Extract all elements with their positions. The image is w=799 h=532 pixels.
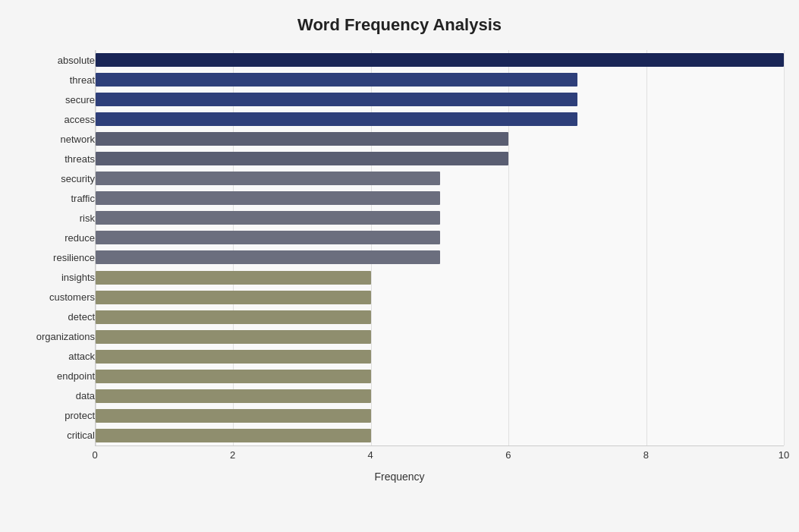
bar <box>96 409 371 423</box>
bar <box>96 271 371 285</box>
bar <box>96 93 577 106</box>
x-tick-label: 8 <box>643 449 649 461</box>
chart-area: absolutethreatsecureaccessnetworkthreats… <box>15 50 784 468</box>
bar-row <box>96 110 784 128</box>
y-label: customers <box>15 287 95 307</box>
bar-row <box>96 407 784 425</box>
bar <box>96 172 440 185</box>
y-label: protect <box>15 405 95 425</box>
bars-section: absolutethreatsecureaccessnetworkthreats… <box>15 50 784 446</box>
x-tick-label: 0 <box>92 449 97 461</box>
y-label: security <box>15 168 95 188</box>
bar-row <box>96 288 784 307</box>
bar-row <box>96 228 784 247</box>
chart-container: Word Frequency Analysis absolutethreatse… <box>0 0 799 532</box>
bar-row <box>96 169 784 187</box>
bar-row <box>96 308 784 326</box>
x-tick-label: 2 <box>230 449 235 461</box>
bar-row <box>96 150 784 168</box>
bar-row <box>96 367 784 386</box>
bar <box>96 152 508 165</box>
chart-title: Word Frequency Analysis <box>15 8 784 50</box>
bar <box>96 53 784 67</box>
y-label: data <box>15 386 95 405</box>
y-label: attack <box>15 346 95 366</box>
bar-row <box>96 130 784 148</box>
bar <box>96 211 440 225</box>
bar-row <box>96 209 784 227</box>
bar <box>96 389 371 403</box>
x-axis-title: Frequency <box>15 471 784 483</box>
bar-row <box>96 71 784 89</box>
bar-row <box>96 427 784 445</box>
y-label: resilience <box>15 247 95 267</box>
y-label: risk <box>15 208 95 228</box>
x-tick-label: 4 <box>368 449 373 461</box>
y-label: detect <box>15 307 95 326</box>
y-label: insights <box>15 267 95 287</box>
y-label: threat <box>15 70 95 90</box>
bar <box>96 310 371 324</box>
y-label: reduce <box>15 228 95 247</box>
y-label: absolute <box>15 50 95 70</box>
bar <box>96 231 440 244</box>
y-label: network <box>15 129 95 149</box>
bar-row <box>96 348 784 366</box>
bar-row <box>96 90 784 109</box>
y-label: organizations <box>15 326 95 346</box>
bar <box>96 370 371 383</box>
bar-row <box>96 248 784 266</box>
bars-and-grid <box>95 50 784 446</box>
bar-row <box>96 387 784 405</box>
bar <box>96 291 371 304</box>
bar <box>96 132 508 146</box>
bar <box>96 73 577 87</box>
grid-line <box>784 50 785 445</box>
y-label: traffic <box>15 188 95 208</box>
bar <box>96 250 440 264</box>
y-label: endpoint <box>15 366 95 386</box>
bar-row <box>96 51 784 69</box>
x-tick-label: 10 <box>779 449 789 461</box>
y-label: access <box>15 109 95 129</box>
x-tick-label: 6 <box>505 449 511 461</box>
y-label: critical <box>15 425 95 445</box>
y-labels: absolutethreatsecureaccessnetworkthreats… <box>15 50 95 446</box>
bar-row <box>96 269 784 287</box>
bar <box>96 350 371 364</box>
bar-row <box>96 328 784 346</box>
bar <box>96 112 577 126</box>
bar-row <box>96 189 784 207</box>
bar <box>96 330 371 344</box>
y-label: secure <box>15 90 95 109</box>
y-label: threats <box>15 149 95 168</box>
bar <box>96 191 440 205</box>
bar <box>96 429 371 442</box>
